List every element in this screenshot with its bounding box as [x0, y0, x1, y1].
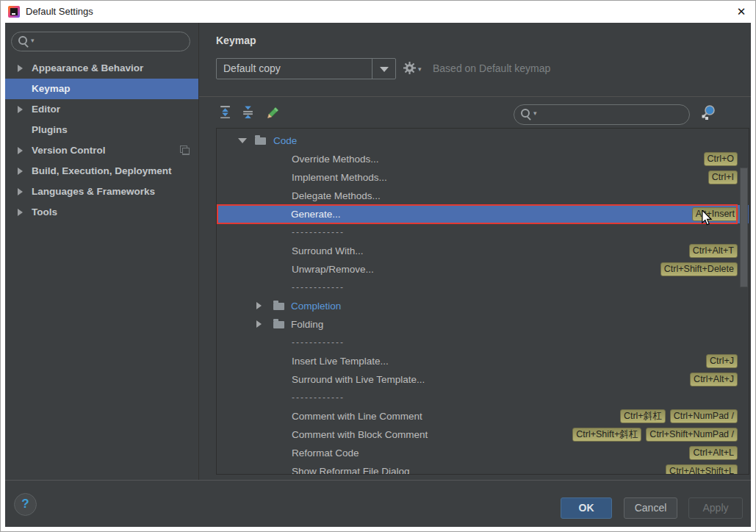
- folder-icon: [255, 137, 266, 145]
- sidebar-item-label: Tools: [32, 202, 57, 223]
- separator-dashes: ------------: [292, 278, 345, 297]
- shortcut-badge: Ctrl+NumPad /: [670, 409, 738, 423]
- tree-row-: ------------: [217, 223, 748, 242]
- tree-row-completion[interactable]: Completion: [217, 297, 748, 315]
- chevron-down-icon[interactable]: ▾: [533, 109, 537, 117]
- tree-row-implement-methods[interactable]: Implement Methods...Ctrl+I: [217, 168, 748, 187]
- tree-row-generate[interactable]: Generate...Alt+Insert: [217, 205, 749, 223]
- separator-dashes: ------------: [292, 389, 345, 407]
- collapse-all-button[interactable]: [242, 106, 256, 121]
- tree-row-: ------------: [217, 389, 748, 407]
- shortcut-badges: Ctrl+J: [706, 354, 738, 368]
- chevron-right-icon[interactable]: [18, 147, 23, 154]
- sidebar-item-label: Version Control: [32, 140, 106, 161]
- shortcut-badge: Ctrl+O: [704, 152, 738, 166]
- title-bar[interactable]: Default Settings ✕: [1, 1, 755, 23]
- shortcut-badges: Ctrl+I: [708, 170, 738, 184]
- chevron-down-icon[interactable]: ▾: [31, 37, 35, 44]
- keymap-actions-button[interactable]: ▾: [403, 62, 425, 76]
- collapse-all-icon: [242, 106, 254, 118]
- tree-row-insert-live-template[interactable]: Insert Live Template...Ctrl+J: [217, 352, 748, 370]
- shortcut-badges: Ctrl+Alt+L: [689, 446, 738, 460]
- tree-row-comment-with-block-comment[interactable]: Comment with Block CommentCtrl+Shift+斜杠C…: [217, 425, 748, 444]
- action-label: Reformat Code: [292, 444, 359, 462]
- tree-row-folding[interactable]: Folding: [217, 315, 748, 334]
- sidebar-item-tools[interactable]: Tools: [5, 202, 198, 223]
- header-separator: [199, 96, 751, 97]
- default-settings-dialog: Default Settings ✕ ▾ Appearance & Behavi…: [0, 0, 756, 532]
- keymap-panel: Keymap Default copy ▾ Ba: [199, 23, 751, 480]
- shortcut-badge: Ctrl+Alt+Shift+L: [666, 464, 738, 475]
- tree-row-reformat-code[interactable]: Reformat CodeCtrl+Alt+L: [217, 444, 748, 462]
- action-label: Insert Live Template...: [292, 352, 389, 370]
- chevron-right-icon[interactable]: [18, 209, 23, 216]
- chevron-right-icon[interactable]: [256, 320, 262, 328]
- chevron-right-icon[interactable]: [18, 168, 23, 175]
- edit-pencil-icon: [264, 106, 280, 121]
- folder-label: Completion: [291, 297, 341, 315]
- sidebar-item-keymap[interactable]: Keymap: [5, 79, 198, 99]
- tree-row-: ------------: [217, 334, 748, 352]
- separator-dashes: ------------: [292, 334, 345, 352]
- keymap-select-value: Default copy: [223, 62, 281, 74]
- sidebar-item-languages-frameworks[interactable]: Languages & Frameworks: [5, 181, 198, 202]
- sidebar-item-plugins[interactable]: Plugins: [5, 120, 198, 140]
- tree-row-surround-with[interactable]: Surround With...Ctrl+Alt+T: [217, 242, 748, 260]
- sidebar-item-label: Languages & Frameworks: [32, 181, 155, 202]
- chevron-right-icon[interactable]: [18, 65, 23, 72]
- tree-row-delegate-methods[interactable]: Delegate Methods...: [217, 187, 748, 205]
- sidebar-item-version-control[interactable]: Version Control: [5, 140, 198, 161]
- tree-row-code[interactable]: Code: [217, 132, 748, 150]
- chevron-down-icon[interactable]: [238, 138, 247, 143]
- sidebar-item-editor[interactable]: Editor: [5, 99, 198, 120]
- tree-row-show-reformat-file-dialog[interactable]: Show Reformat File DialogCtrl+Alt+Shift+…: [217, 462, 748, 475]
- mouse-cursor-icon: [700, 210, 713, 232]
- shortcut-badge: Ctrl+Alt+L: [689, 446, 738, 460]
- action-label: Surround With...: [292, 242, 364, 260]
- dialog-content: ▾ Appearance & BehaviorKeymapEditorPlugi…: [5, 23, 751, 527]
- separator-dashes: ------------: [292, 223, 345, 242]
- sidebar-item-label: Plugins: [32, 120, 68, 140]
- dialog-footer: ? OK Cancel Apply: [5, 480, 751, 527]
- folder-label: Folding: [291, 315, 323, 334]
- find-by-shortcut-button[interactable]: [699, 104, 717, 121]
- ok-button[interactable]: OK: [561, 497, 612, 519]
- folder-label: Code: [273, 132, 297, 150]
- folder-icon: [273, 321, 284, 328]
- folder-icon: [273, 303, 284, 310]
- shortcut-badges: Ctrl+Alt+J: [690, 373, 738, 387]
- shortcut-badge: Ctrl+斜杠: [620, 409, 666, 423]
- keymap-select[interactable]: Default copy: [216, 58, 396, 79]
- based-on-label: Based on Default keymap: [433, 62, 550, 74]
- tree-scrollbar[interactable]: [740, 168, 748, 287]
- sidebar-item-label: Appearance & Behavior: [32, 58, 143, 79]
- sidebar-item-label: Build, Execution, Deployment: [32, 161, 172, 181]
- action-label: Comment with Block Comment: [292, 425, 428, 444]
- tree-row-override-methods[interactable]: Override Methods...Ctrl+O: [217, 150, 748, 168]
- chevron-right-icon[interactable]: [256, 302, 262, 309]
- help-button[interactable]: ?: [14, 493, 37, 516]
- tree-row-surround-with-live-template[interactable]: Surround with Live Template...Ctrl+Alt+J: [217, 370, 748, 389]
- chevron-right-icon[interactable]: [18, 188, 23, 195]
- sidebar-item-build-execution-deployment[interactable]: Build, Execution, Deployment: [5, 161, 198, 181]
- expand-all-button[interactable]: [219, 106, 234, 121]
- tree-row-unwrap-remove[interactable]: Unwrap/Remove...Ctrl+Shift+Delete: [217, 260, 748, 278]
- tree-row-comment-with-line-comment[interactable]: Comment with Line CommentCtrl+斜杠Ctrl+Num…: [217, 407, 748, 425]
- action-label: Unwrap/Remove...: [292, 260, 374, 278]
- edit-shortcut-button[interactable]: [264, 106, 279, 121]
- close-icon[interactable]: ✕: [734, 4, 749, 19]
- settings-search-input[interactable]: ▾: [11, 32, 190, 51]
- shortcut-search-input[interactable]: ▾: [514, 104, 690, 125]
- shortcut-badges: Ctrl+Shift+斜杠Ctrl+Shift+NumPad /: [572, 428, 738, 442]
- tree-row-: ------------: [217, 278, 748, 297]
- settings-sidebar: ▾ Appearance & BehaviorKeymapEditorPlugi…: [5, 23, 199, 480]
- cancel-button[interactable]: Cancel: [624, 497, 677, 519]
- sidebar-item-appearance-behavior[interactable]: Appearance & Behavior: [5, 58, 198, 79]
- chevron-down-icon[interactable]: [372, 59, 395, 79]
- shortcut-badges: Ctrl+Alt+T: [689, 244, 738, 258]
- sidebar-item-label: Keymap: [32, 79, 71, 99]
- shortcut-badge: Ctrl+Shift+Delete: [660, 262, 738, 276]
- apply-button[interactable]: Apply: [688, 497, 743, 519]
- chevron-right-icon[interactable]: [18, 106, 23, 113]
- gear-icon: [403, 62, 416, 74]
